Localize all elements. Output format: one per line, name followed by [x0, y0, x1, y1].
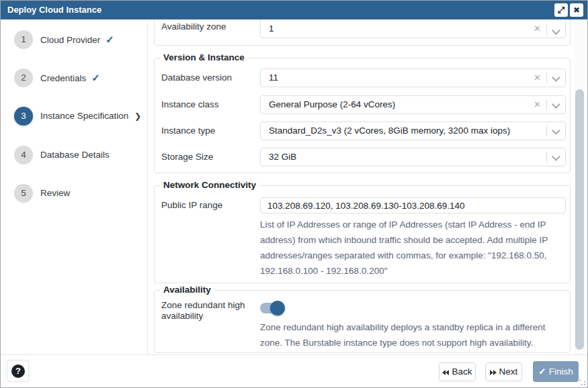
- resize-grip-icon[interactable]: [579, 379, 586, 386]
- database-version-value: 11: [269, 69, 521, 87]
- combo-separator: [546, 25, 547, 36]
- combo-separator: [546, 99, 547, 110]
- clear-icon[interactable]: ✕: [534, 96, 541, 113]
- instance-class-label: Instance class: [161, 95, 259, 114]
- instance-class-value: General Purpose (2-64 vCores): [269, 96, 521, 113]
- close-icon[interactable]: ✖: [570, 3, 583, 17]
- step-cloud-provider[interactable]: 1 Cloud Provider✓: [1, 30, 147, 49]
- combo-separator: [546, 126, 547, 136]
- chevron-down-icon[interactable]: [552, 100, 560, 109]
- availability-zone-select[interactable]: 1 ✕: [260, 19, 566, 38]
- chevron-down-icon[interactable]: [552, 26, 560, 35]
- public-ip-range-label: Public IP range: [161, 197, 259, 213]
- step-number-badge: 2: [14, 68, 33, 87]
- step-label: Review: [40, 184, 70, 203]
- chevron-down-icon[interactable]: [552, 152, 560, 161]
- availability-zone-label: Availability zone: [161, 21, 259, 32]
- ha-toggle[interactable]: [260, 303, 283, 313]
- wizard-steps-sidebar: 1 Cloud Provider✓ 2 Credentials✓ 3 Insta…: [1, 19, 148, 355]
- availability-fieldset: Availability Zone redundant high availab…: [154, 290, 571, 353]
- storage-size-value: 32 GiB: [269, 148, 521, 166]
- chevron-down-icon[interactable]: [552, 126, 560, 135]
- dialog-titlebar: Deploy Cloud Instance ⤢ ✖: [1, 1, 587, 19]
- database-version-label: Database version: [161, 68, 259, 87]
- scrollbar-thumb[interactable]: [575, 89, 584, 350]
- back-button[interactable]: Back: [439, 362, 476, 381]
- chevron-down-icon[interactable]: [552, 73, 560, 82]
- step-number-badge: 3: [14, 107, 33, 126]
- finish-button[interactable]: ✓Finish: [533, 361, 579, 382]
- step-label: Cloud Provider: [40, 35, 100, 45]
- step-review[interactable]: 5 Review: [1, 184, 147, 203]
- availability-zone-value: 1: [269, 19, 521, 41]
- step-number-badge: 1: [14, 30, 33, 49]
- ha-label: Zone redundant high availability: [161, 300, 262, 322]
- network-connectivity-legend: Network Connectivity: [160, 180, 259, 190]
- dialog-title: Deploy Cloud Instance: [1, 1, 587, 19]
- step-instance-specification[interactable]: 3 Instance Specification❯: [1, 107, 147, 126]
- help-button[interactable]: ?: [7, 360, 29, 382]
- dialog-footer: ? Back Next ✓Finish: [1, 354, 587, 387]
- instance-specification-panel: Availability zone 1 ✕ Version & Instance…: [148, 19, 587, 355]
- version-instance-fieldset: Version & Instance Database version 11 ✕…: [154, 58, 571, 173]
- step-credentials[interactable]: 2 Credentials✓: [1, 68, 147, 87]
- step-database-details[interactable]: 4 Database Details: [1, 146, 147, 164]
- step-complete-check-icon: ✓: [106, 34, 114, 45]
- ha-toggle-knob: [270, 301, 285, 316]
- deploy-cloud-instance-dialog: Deploy Cloud Instance ⤢ ✖ 1 Cloud Provid…: [0, 0, 588, 388]
- network-connectivity-fieldset: Network Connectivity Public IP range Lis…: [154, 185, 571, 283]
- step-complete-check-icon: ✓: [91, 72, 100, 83]
- next-button[interactable]: Next: [485, 362, 522, 381]
- double-arrow-right-icon: [490, 367, 497, 377]
- storage-size-select[interactable]: 32 GiB: [260, 148, 566, 166]
- clear-icon[interactable]: ✕: [534, 69, 541, 87]
- check-icon: ✓: [538, 367, 546, 377]
- scrollbar-track[interactable]: [575, 19, 585, 355]
- step-label: Database Details: [40, 146, 110, 164]
- storage-size-label: Storage Size: [161, 148, 259, 166]
- instance-type-select[interactable]: Standard_D2s_v3 (2 vCores, 8GiB memory, …: [260, 122, 566, 140]
- step-number-badge: 4: [14, 146, 33, 164]
- combo-separator: [546, 152, 547, 162]
- ha-help: Zone redundant high availability deploys…: [260, 320, 566, 350]
- zone-fieldset: Availability zone 1 ✕: [154, 19, 571, 46]
- step-label: Credentials: [40, 73, 86, 83]
- public-ip-range-input[interactable]: [260, 197, 566, 213]
- instance-type-value: Standard_D2s_v3 (2 vCores, 8GiB memory, …: [269, 122, 521, 140]
- instance-type-label: Instance type: [161, 122, 259, 140]
- public-ip-range-help: List of IP Addresses or range of IP Addr…: [260, 217, 566, 279]
- help-icon: ?: [11, 365, 25, 378]
- step-number-badge: 5: [14, 184, 33, 203]
- version-instance-legend: Version & Instance: [160, 52, 248, 62]
- availability-legend: Availability: [160, 285, 214, 295]
- step-label: Instance Specification: [40, 111, 128, 121]
- maximize-icon[interactable]: ⤢: [554, 3, 568, 17]
- combo-separator: [546, 72, 547, 83]
- instance-class-select[interactable]: General Purpose (2-64 vCores) ✕: [260, 95, 566, 114]
- double-arrow-left-icon: [442, 367, 449, 377]
- current-step-chevron-icon: ❯: [134, 111, 141, 121]
- clear-icon[interactable]: ✕: [534, 19, 541, 41]
- database-version-select[interactable]: 11 ✕: [260, 68, 566, 87]
